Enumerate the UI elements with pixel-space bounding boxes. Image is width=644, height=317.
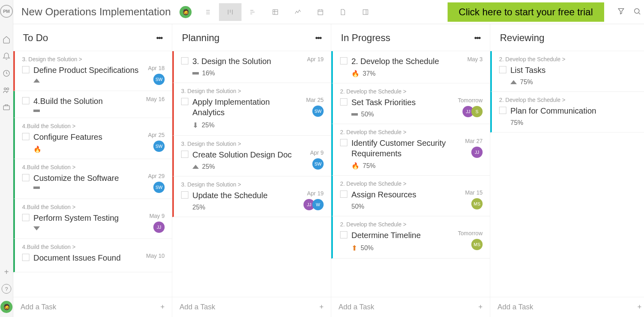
avatar[interactable]: MS: [471, 198, 483, 209]
card-breadcrumb: 2. Develop the Schedule >: [340, 129, 483, 135]
task-card[interactable]: 2. Develop the Schedule > List Tasks 75%: [490, 51, 644, 92]
card-avatars: SW: [312, 158, 324, 170]
card-title: Set Task Priorities: [351, 97, 454, 108]
avatar[interactable]: JJ: [153, 222, 165, 233]
avatar[interactable]: SW: [153, 182, 165, 193]
task-card[interactable]: 3. Design the Solution > Create Solution…: [172, 136, 331, 176]
user-avatar[interactable]: 🧔: [0, 301, 12, 313]
task-card[interactable]: 4.Build the Solution May 16: [13, 91, 172, 118]
card-date: Apr 9: [310, 149, 324, 156]
column-header: Planning •••: [172, 24, 331, 51]
card-percentage: 25%: [192, 204, 205, 211]
task-card[interactable]: 3. Design the Solution > Apply Implement…: [172, 83, 331, 136]
add-icon[interactable]: +: [2, 267, 11, 277]
card-date: May 9: [149, 213, 165, 219]
card-title: Document Issues Found: [33, 253, 142, 263]
task-checkbox[interactable]: [340, 98, 347, 106]
task-checkbox[interactable]: [181, 151, 188, 158]
task-card[interactable]: 3. Design the Solution > Define Product …: [13, 51, 172, 91]
avatar[interactable]: W: [312, 199, 324, 210]
card-title: 2. Develop the Schedule: [351, 56, 463, 66]
task-checkbox[interactable]: [499, 66, 506, 73]
view-calendar-icon[interactable]: [309, 3, 332, 21]
view-chart-icon[interactable]: [287, 3, 309, 21]
avatar[interactable]: SW: [153, 141, 165, 152]
avatar[interactable]: SW: [312, 158, 324, 170]
task-checkbox[interactable]: [22, 66, 29, 73]
add-task-button[interactable]: Add a Task+: [331, 297, 490, 317]
card-title: Perform System Testing: [33, 213, 145, 223]
task-checkbox[interactable]: [181, 57, 188, 64]
task-card[interactable]: 2. Develop the Schedule > Plan for Commu…: [490, 92, 644, 133]
column-title: To Do: [23, 32, 48, 44]
task-checkbox[interactable]: [499, 107, 506, 114]
avatar[interactable]: SW: [153, 74, 165, 85]
task-checkbox[interactable]: [340, 231, 347, 238]
task-card[interactable]: 4.Build the Solution > Configure Feature…: [13, 118, 172, 159]
home-icon[interactable]: [2, 35, 11, 44]
avatar[interactable]: SW: [312, 106, 324, 117]
avatar[interactable]: JJ: [471, 147, 483, 158]
task-card[interactable]: 4.Build the Solution > Perform System Te…: [13, 199, 172, 239]
task-checkbox[interactable]: [22, 214, 29, 221]
task-card[interactable]: 2. Develop the Schedule 🔥 37% May 3: [331, 51, 490, 83]
clock-icon[interactable]: [2, 68, 11, 78]
column-header: To Do •••: [13, 24, 172, 51]
view-doc-icon[interactable]: [332, 3, 354, 21]
task-checkbox[interactable]: [340, 139, 347, 146]
column: To Do ••• 3. Design the Solution > Defin…: [13, 24, 172, 317]
task-card[interactable]: 2. Develop the Schedule > Set Task Prior…: [331, 83, 490, 124]
card-avatars: MS: [471, 198, 483, 209]
add-task-button[interactable]: Add a Task+: [13, 297, 172, 317]
view-list-icon[interactable]: [196, 3, 219, 21]
task-card[interactable]: 4.Build the Solution > Document Issues F…: [13, 239, 172, 272]
add-task-button[interactable]: Add a Task+: [490, 297, 644, 317]
filter-icon[interactable]: [617, 7, 625, 17]
view-panel-icon[interactable]: [354, 3, 377, 21]
task-card[interactable]: 2. Develop the Schedule > Identify Custo…: [331, 124, 490, 176]
avatar[interactable]: S: [471, 106, 483, 117]
task-checkbox[interactable]: [22, 174, 29, 181]
svg-rect-6: [363, 10, 368, 15]
column-menu-icon[interactable]: •••: [474, 33, 480, 43]
card-percentage: 37%: [363, 70, 376, 77]
task-checkbox[interactable]: [340, 57, 347, 64]
task-checkbox[interactable]: [181, 191, 188, 199]
task-card[interactable]: 2. Develop the Schedule > Determine Time…: [331, 216, 490, 259]
card-percentage: 50%: [361, 111, 374, 118]
view-table-icon[interactable]: [264, 3, 287, 21]
card-breadcrumb: 4.Build the Solution >: [22, 244, 165, 250]
bell-icon[interactable]: [2, 52, 11, 61]
card-avatars: JJ: [153, 222, 165, 233]
card-avatars: SW: [312, 106, 324, 117]
cta-button[interactable]: Click here to start your free trial: [448, 2, 604, 22]
project-avatar[interactable]: 🧔: [180, 6, 192, 18]
task-checkbox[interactable]: [22, 254, 29, 261]
task-card[interactable]: 4.Build the Solution > Customize the Sof…: [13, 159, 172, 199]
task-checkbox[interactable]: [22, 97, 29, 104]
column-menu-icon[interactable]: •••: [156, 33, 162, 43]
view-gantt-icon[interactable]: [242, 3, 264, 21]
task-card[interactable]: 2. Develop the Schedule > Assign Resourc…: [331, 176, 490, 216]
card-breadcrumb: 2. Develop the Schedule >: [340, 221, 483, 228]
card-percentage: 25%: [202, 163, 215, 170]
view-board-icon[interactable]: [219, 3, 242, 21]
task-card[interactable]: 3. Design the Solution 16% Apr 19: [172, 51, 331, 83]
logo[interactable]: PM: [0, 5, 13, 18]
task-checkbox[interactable]: [340, 191, 347, 198]
team-icon[interactable]: [2, 85, 11, 95]
priority-icon: [33, 79, 40, 83]
task-checkbox[interactable]: [22, 133, 29, 140]
svg-point-1: [4, 88, 6, 90]
task-checkbox[interactable]: [181, 98, 188, 105]
task-card[interactable]: 3. Design the Solution > Update the Sche…: [172, 176, 331, 217]
search-icon[interactable]: [633, 7, 641, 17]
priority-icon: [33, 110, 40, 112]
add-task-button[interactable]: Add a Task+: [172, 297, 331, 317]
column-menu-icon[interactable]: •••: [315, 33, 321, 43]
avatar[interactable]: MS: [471, 239, 483, 250]
help-icon[interactable]: ?: [2, 284, 11, 294]
card-date: Mar 27: [465, 138, 483, 144]
card-list: 3. Design the Solution 16% Apr 19 3. Des…: [172, 51, 331, 297]
briefcase-icon[interactable]: [2, 102, 11, 112]
